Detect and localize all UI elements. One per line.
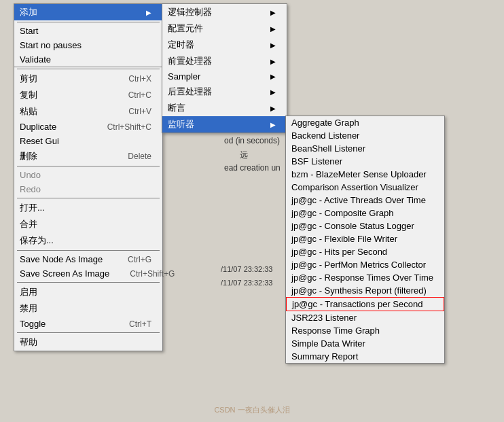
menu-l3-simple-data-writer[interactable]: Simple Data Writer [286, 337, 444, 350]
menu-l1-open[interactable]: 打开... [14, 200, 162, 216]
context-menu-l2: 逻辑控制器 ▶ 配置元件 ▶ 定时器 ▶ 前置处理器 ▶ Sampler ▶ 后… [162, 3, 287, 133]
menu-l2-post-processor[interactable]: 后置处理器 ▶ [162, 84, 287, 100]
menu-l1-save-screen-image-shortcut: Ctrl+Shift+G [130, 269, 175, 279]
menu-l3-perfmon-label: jp@gc - PerfMon Metrics Collector [291, 260, 426, 270]
menu-l3-flexible-file[interactable]: jp@gc - Flexible File Writer [286, 232, 444, 245]
menu-l3-beanshell-listener-label: BeanShell Listener [291, 143, 365, 154]
menu-l1-start-no-pauses[interactable]: Start no pauses [14, 38, 162, 52]
menu-l1-save-as-label: 保存为... [20, 234, 54, 247]
menu-l1-disable-label: 禁用 [20, 302, 37, 315]
menu-l2-timer-label: 定时器 [168, 39, 194, 51]
menu-l1-delete-label: 删除 [20, 150, 37, 162]
menu-l1-save-as[interactable]: 保存为... [14, 232, 162, 249]
menu-l2-timer[interactable]: 定时器 ▶ [162, 37, 287, 53]
menu-l2-pre-processor-arrow: ▶ [270, 58, 276, 65]
menu-l2-config[interactable]: 配置元件 ▶ [162, 20, 287, 37]
menu-l3-perfmon[interactable]: jp@gc - PerfMon Metrics Collector [286, 258, 444, 271]
menu-l3-composite-graph[interactable]: jp@gc - Composite Graph [286, 207, 444, 219]
menu-l1-toggle-shortcut: Ctrl+T [129, 319, 151, 329]
menu-l1-disable[interactable]: 禁用 [14, 300, 162, 317]
menu-l2-logic[interactable]: 逻辑控制器 ▶ [162, 4, 287, 20]
menu-l1-cut[interactable]: 剪切 Ctrl+X [14, 71, 162, 87]
menu-l2-post-processor-arrow: ▶ [270, 88, 276, 96]
menu-l2-pre-processor[interactable]: 前置处理器 ▶ [162, 53, 287, 69]
menu-l2-logic-label: 逻辑控制器 [168, 6, 212, 18]
menu-l1-start[interactable]: Start [14, 24, 162, 38]
menu-l1-save-screen-image[interactable]: Save Screen As Image Ctrl+Shift+G [14, 266, 162, 281]
menu-l1-cut-shortcut: Ctrl+X [128, 74, 151, 84]
menu-l1-redo: Redo [14, 182, 162, 196]
menu-l1-copy[interactable]: 复制 Ctrl+C [14, 87, 162, 103]
menu-l3-synthesis-report[interactable]: jp@gc - Synthesis Report (filtered) [286, 284, 444, 297]
remote-label: 远 [240, 150, 248, 161]
menu-l3-aggregate-graph[interactable]: Aggregate Graph [286, 116, 444, 129]
menu-l3-response-time-graph[interactable]: Response Time Graph [286, 324, 444, 337]
menu-l3-synthesis-report-label: jp@gc - Synthesis Report (filtered) [291, 285, 427, 296]
thread-label: ead creation un [224, 163, 281, 173]
menu-l3-active-threads-label: jp@gc - Active Threads Over Time [291, 195, 426, 205]
log2: /11/07 23:32:33 [221, 279, 272, 287]
period-label: od (in seconds) [224, 136, 280, 145]
menu-l1-merge[interactable]: 合并 [14, 216, 162, 232]
menu-l1-duplicate-shortcut: Ctrl+Shift+C [107, 122, 151, 132]
menu-l2-sampler-label: Sampler [168, 71, 200, 82]
menu-l2-assertion-label: 断言 [168, 102, 185, 114]
sep-6 [17, 332, 160, 333]
menu-l1-validate-label: Validate [20, 54, 51, 65]
sep-3 [17, 198, 160, 198]
menu-l3-active-threads[interactable]: jp@gc - Active Threads Over Time [286, 194, 444, 207]
menu-l3-comparison-label: Comparison Assertion Visualizer [291, 182, 418, 192]
menu-l3-comparison[interactable]: Comparison Assertion Visualizer [286, 181, 444, 194]
menu-l3-bsf-listener[interactable]: BSF Listener [286, 155, 444, 168]
menu-l2-assertion[interactable]: 断言 ▶ [162, 100, 287, 116]
menu-l1-copy-shortcut: Ctrl+C [128, 90, 151, 100]
menu-l3-jsr223-label: JSR223 Listener [291, 313, 357, 323]
menu-l1-reset-gui[interactable]: Reset Gui [14, 134, 162, 148]
menu-l2-listener-label: 监听器 [168, 118, 194, 130]
menu-l3-beanshell-listener[interactable]: BeanShell Listener [286, 142, 444, 155]
menu-l3-transactions-per-second-label: jp@gc - Transactions per Second [292, 299, 422, 309]
menu-l3-summary-report-label: Summary Report [291, 351, 358, 362]
menu-l3-transactions-per-second[interactable]: jp@gc - Transactions per Second [286, 297, 444, 311]
menu-l1-paste-shortcut: Ctrl+V [128, 107, 151, 116]
menu-l2-listener-arrow: ▶ [270, 121, 276, 128]
menu-l2-sampler-arrow: ▶ [270, 73, 276, 80]
menu-l3-response-time-graph-label: Response Time Graph [291, 326, 380, 336]
menu-l1-help[interactable]: 帮助 [14, 334, 162, 351]
menu-l3-jsr223[interactable]: JSR223 Listener [286, 311, 444, 324]
menu-l1-undo: Undo [14, 168, 162, 182]
menu-l2-sampler[interactable]: Sampler ▶ [162, 69, 287, 84]
menu-l1-help-label: 帮助 [20, 336, 37, 349]
menu-l2-assertion-arrow: ▶ [270, 105, 276, 112]
menu-l2-pre-processor-label: 前置处理器 [168, 55, 212, 67]
menu-l1-merge-label: 合并 [20, 218, 37, 230]
menu-l3-hits-per-second[interactable]: jp@gc - Hits per Second [286, 245, 444, 258]
context-menu-l1: 添加 ▶ Start Start no pauses Validate 剪切 C… [14, 3, 163, 351]
menu-l1-save-node-image[interactable]: Save Node As Image Ctrl+G [14, 252, 162, 266]
menu-l3-backend-listener-label: Backend Listener [291, 130, 359, 141]
menu-l3-aggregate-graph-label: Aggregate Graph [291, 118, 359, 128]
menu-l3-console-status-label: jp@gc - Console Status Logger [291, 221, 414, 231]
menu-l1-add[interactable]: 添加 ▶ [14, 4, 162, 20]
menu-l1-redo-label: Redo [20, 184, 41, 194]
menu-l1-reset-gui-label: Reset Gui [20, 136, 59, 146]
menu-l1-enable[interactable]: 启用 [14, 284, 162, 300]
menu-l1-enable-label: 启用 [20, 286, 37, 298]
menu-l1-save-node-image-shortcut: Ctrl+G [128, 255, 151, 264]
menu-l1-validate[interactable]: Validate [14, 52, 162, 67]
menu-l1-start-no-pauses-label: Start no pauses [20, 40, 82, 50]
menu-l3-backend-listener[interactable]: Backend Listener [286, 129, 444, 142]
menu-l3-simple-data-writer-label: Simple Data Writer [291, 338, 365, 349]
menu-l3-bzm[interactable]: bzm - BlazeMeter Sense Uploader [286, 168, 444, 181]
menu-l3-console-status[interactable]: jp@gc - Console Status Logger [286, 219, 444, 232]
menu-l1-duplicate[interactable]: Duplicate Ctrl+Shift+C [14, 120, 162, 134]
menu-l3-summary-report[interactable]: Summary Report [286, 350, 444, 363]
menu-l3-response-times[interactable]: jp@gc - Response Times Over Time [286, 271, 444, 284]
sep-2 [17, 166, 160, 166]
menu-l1-paste[interactable]: 粘贴 Ctrl+V [14, 103, 162, 120]
menu-l1-toggle[interactable]: Toggle Ctrl+T [14, 317, 162, 331]
menu-l2-listener[interactable]: 监听器 ▶ [162, 116, 287, 133]
menu-l1-delete[interactable]: 删除 Delete [14, 148, 162, 164]
menu-l2-config-label: 配置元件 [168, 22, 203, 35]
menu-l3-hits-per-second-label: jp@gc - Hits per Second [291, 247, 387, 257]
